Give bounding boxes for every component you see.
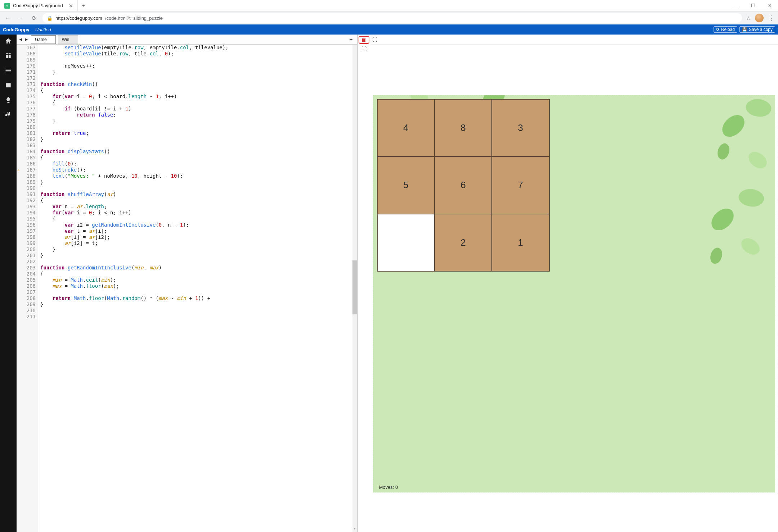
back-button[interactable]: ←	[4, 15, 12, 21]
window-close[interactable]: ✕	[761, 0, 778, 11]
app-header: CodeGuppy Untitled ⟳ Reload 💾 Save a cop…	[0, 24, 778, 35]
forward-button[interactable]: →	[17, 15, 25, 21]
lock-icon: 🔒	[47, 15, 53, 21]
window-maximize[interactable]: ☐	[745, 0, 761, 11]
bookmark-icon[interactable]: ☆	[746, 15, 751, 21]
window-controls: — ☐ ✕	[728, 0, 778, 11]
browser-tab[interactable]: G CodeGuppy Playground ✕	[0, 0, 78, 11]
window-minimize[interactable]: —	[728, 0, 745, 11]
url-host: https://codeguppy.com	[55, 15, 102, 21]
browser-menu-icon[interactable]: ⋮	[768, 14, 774, 22]
browser-titlebar: G CodeGuppy Playground ✕ + — ☐ ✕	[0, 0, 778, 12]
app-brand[interactable]: CodeGuppy	[3, 27, 30, 32]
reload-icon: ⟳	[716, 27, 720, 32]
url-path: /code.html?t=sliding_puzzle	[105, 15, 163, 21]
doc-title: Untitled	[35, 27, 51, 32]
save-copy-button[interactable]: 💾 Save a copy	[739, 26, 775, 33]
reload-button[interactable]: ⟳	[30, 15, 38, 22]
tab-title: CodeGuppy Playground	[13, 3, 63, 8]
address-bar[interactable]: 🔒 https://codeguppy.com/code.html?t=slid…	[42, 13, 742, 23]
new-tab-button[interactable]: +	[78, 0, 89, 11]
browser-toolbar: ← → ⟳ 🔒 https://codeguppy.com/code.html?…	[0, 12, 778, 24]
tab-close-icon[interactable]: ✕	[69, 3, 73, 9]
reload-app-button[interactable]: ⟳ Reload	[714, 26, 737, 33]
favicon: G	[4, 3, 10, 9]
profile-avatar[interactable]	[755, 14, 764, 22]
save-icon: 💾	[742, 27, 747, 32]
